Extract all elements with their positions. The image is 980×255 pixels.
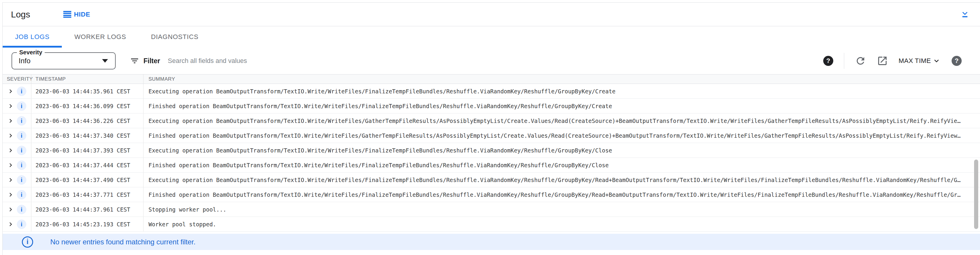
log-timestamp: 2023-06-03 14:45:23.193 CEST [35, 221, 130, 228]
log-row-timestamp-cell: 2023-06-03 14:44:37.490 CEST [31, 173, 143, 187]
log-row[interactable]: i 2023-06-03 14:44:36.099 CEST Finished … [3, 99, 980, 114]
filter-label: Filter [143, 57, 160, 65]
log-row-timestamp-cell: 2023-06-03 14:44:36.226 CEST [31, 114, 143, 128]
log-row-summary-cell: Executing operation BeamOutputTransform/… [143, 173, 980, 187]
log-summary: Finished operation BeamOutputTransform/T… [148, 162, 609, 168]
log-summary: Worker pool stopped. [148, 221, 216, 228]
log-row[interactable]: i 2023-06-03 14:44:37.490 CEST Executing… [3, 173, 980, 187]
severity-select[interactable]: Severity Info [11, 52, 116, 70]
log-row-summary-cell: Executing operation BeamOutputTransform/… [143, 143, 980, 157]
expand-row-chevron-icon[interactable] [7, 102, 14, 110]
expand-row-chevron-icon[interactable] [7, 147, 14, 154]
log-timestamp: 2023-06-03 14:44:37.393 CEST [35, 147, 130, 154]
log-summary: Finished operation BeamOutputTransform/T… [148, 132, 961, 139]
log-summary: Finished operation BeamOutputTransform/T… [148, 192, 961, 198]
info-severity-icon: i [17, 175, 26, 185]
expand-row-chevron-icon[interactable] [7, 220, 14, 228]
log-row-timestamp-cell: 2023-06-03 14:45:23.193 CEST [31, 217, 143, 231]
info-severity-icon: i [17, 131, 26, 140]
log-rows: i 2023-06-03 14:44:35.961 CEST Executing… [3, 84, 980, 232]
log-row-severity-cell: i [3, 99, 31, 113]
log-row-summary-cell: Executing operation BeamOutputTransform/… [143, 114, 980, 128]
view-headline-icon [63, 11, 71, 18]
log-tabs: JOB LOGS WORKER LOGS DIAGNOSTICS [3, 26, 980, 48]
refresh-icon [855, 55, 866, 67]
info-severity-icon: i [17, 146, 26, 155]
max-time-label: MAX TIME [899, 57, 931, 65]
log-timestamp: 2023-06-03 14:44:35.961 CEST [35, 88, 130, 95]
info-severity-icon: i [17, 190, 26, 200]
tab-diagnostics-label: DIAGNOSTICS [151, 33, 198, 41]
log-row[interactable]: i 2023-06-03 14:44:37.340 CEST Finished … [3, 128, 980, 143]
log-timestamp: 2023-06-03 14:44:37.340 CEST [35, 132, 130, 139]
vertical-scrollbar-thumb[interactable] [974, 160, 978, 229]
search-input[interactable] [168, 57, 434, 65]
filter-group: Filter [130, 56, 823, 66]
log-row-severity-cell: i [3, 114, 31, 128]
log-timestamp: 2023-06-03 14:44:36.226 CEST [35, 117, 130, 124]
open-in-new-icon [877, 55, 888, 67]
log-row-timestamp-cell: 2023-06-03 14:44:37.444 CEST [31, 158, 143, 172]
expand-row-chevron-icon[interactable] [7, 176, 14, 184]
log-timestamp: 2023-06-03 14:44:36.099 CEST [35, 103, 130, 109]
log-row-timestamp-cell: 2023-06-03 14:44:37.340 CEST [31, 128, 143, 143]
info-severity-icon: i [17, 87, 26, 96]
log-row[interactable]: i 2023-06-03 14:45:23.193 CEST Worker po… [3, 217, 980, 232]
log-timestamp: 2023-06-03 14:44:37.490 CEST [35, 177, 130, 183]
info-severity-icon: i [17, 220, 26, 229]
log-row-timestamp-cell: 2023-06-03 14:44:37.961 CEST [31, 202, 143, 217]
log-row[interactable]: i 2023-06-03 14:44:37.771 CEST Finished … [3, 187, 980, 202]
log-row-severity-cell: i [3, 217, 31, 231]
tab-worker-logs-label: WORKER LOGS [74, 33, 126, 41]
log-row-timestamp-cell: 2023-06-03 14:44:37.393 CEST [31, 143, 143, 157]
log-row-summary-cell: Finished operation BeamOutputTransform/T… [143, 187, 980, 202]
log-summary: Stopping worker pool... [148, 206, 226, 213]
expand-row-chevron-icon[interactable] [7, 117, 14, 125]
log-row[interactable]: i 2023-06-03 14:44:35.961 CEST Executing… [3, 84, 980, 99]
collapse-panel-button[interactable] [960, 9, 970, 19]
log-summary: Executing operation BeamOutputTransform/… [148, 147, 612, 154]
expand-row-chevron-icon[interactable] [7, 191, 14, 198]
info-severity-icon: i [17, 160, 26, 170]
severity-select-label: Severity [17, 49, 45, 56]
log-row-severity-cell: i [3, 84, 31, 98]
hide-logs-button[interactable]: HIDE [63, 11, 90, 18]
log-row-severity-cell: i [3, 128, 31, 143]
logs-panel: Logs HIDE JOB LOGS WORKER LOGS DIAGNOSTI… [2, 2, 980, 255]
log-row-severity-cell: i [3, 202, 31, 217]
log-filter-toolbar: Severity Info Filter ? MAX TIME ? [3, 48, 980, 74]
info-severity-icon: i [17, 116, 26, 125]
log-row-timestamp-cell: 2023-06-03 14:44:37.771 CEST [31, 187, 143, 202]
log-row[interactable]: i 2023-06-03 14:44:37.444 CEST Finished … [3, 158, 980, 173]
log-row-summary-cell: Finished operation BeamOutputTransform/T… [143, 99, 980, 113]
expand-row-chevron-icon[interactable] [7, 206, 14, 213]
expand-row-chevron-icon[interactable] [7, 132, 14, 139]
log-row[interactable]: i 2023-06-03 14:44:37.393 CEST Executing… [3, 143, 980, 158]
log-row[interactable]: i 2023-06-03 14:44:36.226 CEST Executing… [3, 114, 980, 128]
help-icon-secondary[interactable]: ? [951, 56, 962, 66]
page-title: Logs [11, 10, 30, 19]
expand-row-chevron-icon[interactable] [7, 162, 14, 169]
max-time-dropdown[interactable]: MAX TIME [899, 57, 941, 65]
tab-diagnostics[interactable]: DIAGNOSTICS [138, 26, 211, 48]
help-icon[interactable]: ? [823, 56, 833, 66]
collapse-chevron-underline-icon [960, 9, 970, 19]
open-in-new-button[interactable] [877, 55, 888, 67]
log-row-summary-cell: Finished operation BeamOutputTransform/T… [143, 158, 980, 172]
log-summary: Executing operation BeamOutputTransform/… [148, 177, 961, 183]
log-summary: Executing operation BeamOutputTransform/… [148, 88, 616, 95]
column-header-severity: SEVERITY [3, 74, 31, 84]
log-summary: Finished operation BeamOutputTransform/T… [148, 103, 612, 109]
hide-button-label: HIDE [74, 11, 90, 18]
refresh-button[interactable] [855, 55, 866, 67]
tab-job-logs[interactable]: JOB LOGS [3, 26, 62, 48]
tab-job-logs-label: JOB LOGS [15, 33, 49, 41]
column-header-summary: SUMMARY [143, 74, 980, 84]
log-row-summary-cell: Executing operation BeamOutputTransform/… [143, 84, 980, 98]
log-row[interactable]: i 2023-06-03 14:44:37.961 CEST Stopping … [3, 202, 980, 217]
no-newer-entries-banner: i No newer entries found matching curren… [3, 234, 980, 250]
severity-select-value: Info [19, 57, 30, 65]
column-header-timestamp: TIMESTAMP [31, 74, 143, 84]
tab-worker-logs[interactable]: WORKER LOGS [62, 26, 138, 48]
expand-row-chevron-icon[interactable] [7, 87, 14, 95]
